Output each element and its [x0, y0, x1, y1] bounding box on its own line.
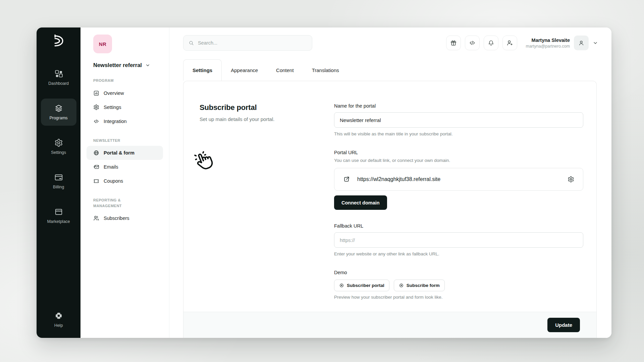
sidebar-item-settings[interactable]: Settings	[41, 133, 76, 160]
chevron-down-icon[interactable]	[593, 40, 598, 46]
sidebar-item-portal-form[interactable]: Portal & form	[87, 146, 163, 160]
rewards-button[interactable]	[446, 36, 461, 50]
section-label-newsletter: NEWSLETTER	[93, 138, 149, 143]
fallback-url-label: Fallback URL	[334, 223, 583, 229]
main-area: Martyna Slevaite martyna@partnero.com Se…	[169, 27, 611, 338]
program-avatar-badge: NR	[93, 35, 112, 53]
gear-icon	[54, 138, 63, 147]
name-field-label: Name for the portal	[334, 103, 583, 109]
search-input[interactable]	[198, 40, 307, 46]
sidebar-item-label: Coupons	[104, 178, 123, 184]
portal-url-helper: You can use our default link, or connect…	[334, 158, 583, 163]
sidebar-item-label: Portal & form	[104, 150, 135, 156]
sidebar-item-dashboard[interactable]: Dashboard	[41, 64, 76, 91]
sidebar-item-label: Programs	[49, 116, 67, 120]
card-body: Subscribe portal Set up main details of …	[183, 81, 596, 312]
tab-bar: Settings Appearance Content Translations	[183, 59, 597, 81]
sidebar-item-overview[interactable]: Overview	[87, 86, 163, 100]
credit-card-icon	[54, 173, 63, 182]
sidebar-item-subscribers[interactable]: Subscribers	[87, 211, 163, 225]
portal-url-box: https://wl2naqghkjtuf38.referral.site	[334, 168, 583, 191]
sidebar-item-label: Billing	[53, 185, 64, 189]
partnero-logo[interactable]	[53, 34, 65, 48]
sidebar-item-label: Settings	[104, 105, 121, 110]
gift-icon	[450, 40, 457, 46]
secondary-sidebar: NR Newsletter referral PROGRAM Overview …	[80, 27, 169, 338]
code-icon	[469, 40, 476, 46]
chart-overview-icon	[93, 90, 99, 96]
avatar[interactable]	[574, 36, 589, 50]
demo-label: Demo	[334, 270, 583, 275]
tab-content[interactable]: Content	[267, 59, 303, 81]
dashboard-icon	[54, 69, 63, 78]
fallback-url-group: Fallback URL Enter your website or any o…	[334, 223, 583, 256]
sidebar-item-marketplace[interactable]: Marketplace	[41, 202, 76, 229]
url-settings-gear-icon[interactable]	[568, 176, 574, 183]
fallback-url-helper: Enter your website or any other link as …	[334, 251, 583, 256]
user-icon	[578, 40, 585, 46]
storefront-icon	[54, 207, 63, 216]
user-name: Martyna Slevaite	[526, 38, 570, 43]
user-info: Martyna Slevaite martyna@partnero.com	[526, 38, 570, 49]
program-switcher[interactable]: Newsletter referral	[93, 62, 163, 68]
form-column: Name for the portal This will be visible…	[334, 103, 583, 312]
tab-translations[interactable]: Translations	[303, 59, 348, 81]
demo-helper: Preview how your subscriber portal and f…	[334, 295, 583, 300]
user-plus-icon	[506, 40, 513, 46]
portal-url-group: Portal URL You can use our default link,…	[334, 150, 583, 210]
programs-layers-icon	[54, 104, 63, 113]
primary-sidebar: Dashboard Programs Settings Billing	[37, 27, 80, 338]
demo-group: Demo Subscriber portal	[334, 270, 583, 300]
sidebar-item-coupons[interactable]: Coupons	[87, 174, 163, 188]
card-footer: Update	[183, 312, 596, 338]
users-icon	[93, 215, 99, 221]
tab-appearance[interactable]: Appearance	[222, 59, 267, 81]
lifebuoy-help-icon	[54, 311, 63, 320]
portal-url-label: Portal URL	[334, 150, 583, 155]
ticket-icon	[93, 178, 99, 184]
chevron-down-icon	[145, 63, 150, 68]
sidebar-item-program-settings[interactable]: Settings	[87, 100, 163, 114]
sidebar-item-label: Integration	[104, 119, 127, 124]
tab-settings[interactable]: Settings	[183, 59, 222, 81]
name-field-helper: This will be visible as the main title i…	[334, 131, 583, 136]
sidebar-item-label: Subscribers	[104, 216, 129, 221]
sidebar-item-programs[interactable]: Programs	[41, 99, 76, 126]
portal-name-input[interactable]	[334, 112, 583, 128]
subscribe-form-button[interactable]: Subscribe form	[394, 280, 445, 291]
invite-user-button[interactable]	[502, 36, 517, 50]
app-window: Dashboard Programs Settings Billing	[37, 27, 611, 338]
name-field-group: Name for the portal This will be visible…	[334, 103, 583, 136]
sidebar-item-label: Overview	[104, 90, 124, 96]
sidebar-item-help[interactable]: Help	[41, 308, 76, 331]
bell-icon	[488, 40, 494, 46]
eye-icon	[339, 283, 344, 288]
sidebar-item-label: Help	[54, 323, 63, 328]
email-send-icon	[93, 164, 99, 170]
sidebar-item-billing[interactable]: Billing	[41, 168, 76, 195]
sidebar-item-emails[interactable]: Emails	[87, 160, 163, 174]
sidebar-item-label: Marketplace	[47, 219, 70, 224]
globe-icon	[93, 150, 99, 156]
external-link-icon[interactable]	[343, 176, 350, 183]
user-email: martyna@partnero.com	[526, 44, 570, 49]
section-intro: Subscribe portal Set up main details of …	[200, 103, 334, 312]
eye-icon	[399, 283, 404, 288]
page-title: Subscribe portal	[200, 103, 334, 112]
portal-url-value[interactable]: https://wl2naqghkjtuf38.referral.site	[357, 176, 440, 182]
developer-button[interactable]	[465, 36, 480, 50]
search-box[interactable]	[183, 35, 312, 51]
program-name: Newsletter referral	[93, 62, 142, 68]
sidebar-item-label: Settings	[51, 150, 66, 155]
subscriber-portal-button-label: Subscriber portal	[347, 283, 384, 288]
sidebar-item-integration[interactable]: Integration	[87, 114, 163, 128]
notifications-button[interactable]	[484, 36, 498, 50]
sidebar-item-label: Dashboard	[48, 81, 69, 86]
connect-domain-button[interactable]: Connect domain	[334, 195, 387, 210]
page-subtitle: Set up main details of your portal.	[200, 116, 334, 122]
demo-buttons: Subscriber portal Subscribe form	[334, 280, 583, 291]
fallback-url-input[interactable]	[334, 232, 583, 248]
update-button[interactable]: Update	[547, 318, 580, 332]
search-icon	[189, 40, 194, 46]
subscriber-portal-button[interactable]: Subscriber portal	[334, 280, 389, 291]
